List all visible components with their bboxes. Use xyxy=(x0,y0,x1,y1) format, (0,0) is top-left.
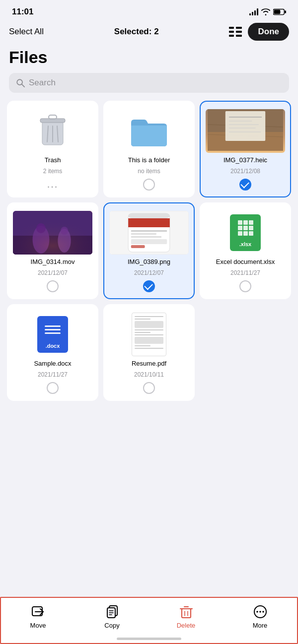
file-icon-xlsx xyxy=(206,210,285,255)
file-date-docx: 2021/11/27 xyxy=(38,371,68,378)
file-item-heic[interactable]: IMG_0377.heic 2021/12/08 xyxy=(200,101,291,197)
svg-rect-1 xyxy=(285,10,286,13)
svg-rect-7 xyxy=(229,35,234,37)
svg-rect-5 xyxy=(229,31,234,33)
grid-icon xyxy=(229,27,242,37)
file-item-png[interactable]: IMG_0389.png 2021/12/07 xyxy=(103,202,195,299)
svg-rect-4 xyxy=(236,27,242,29)
signal-icon xyxy=(249,8,258,15)
svg-point-59 xyxy=(262,611,264,613)
file-name-xlsx: Excel document.xlsx xyxy=(216,258,275,266)
svg-rect-6 xyxy=(236,31,242,33)
file-name-png: IMG_0389.png xyxy=(128,258,170,266)
file-date-mov: 2021/12/07 xyxy=(38,269,68,276)
status-bar: 11:01 xyxy=(0,0,298,20)
selection-circle-mov[interactable] xyxy=(47,280,59,292)
select-all-button[interactable]: Select All xyxy=(9,27,44,37)
file-item-folder[interactable]: This is a folder no items xyxy=(103,101,195,197)
file-icon-docx xyxy=(13,312,92,357)
done-button[interactable]: Done xyxy=(248,23,289,41)
toolbar: Select All Selected: 2 Done xyxy=(0,20,298,46)
file-date-xlsx: 2021/11/27 xyxy=(230,269,260,276)
svg-rect-33 xyxy=(13,211,92,255)
file-name-folder: This is a folder xyxy=(128,156,170,165)
battery-icon xyxy=(273,8,286,15)
search-bar[interactable]: Search xyxy=(9,73,289,93)
move-button[interactable]: Move xyxy=(1,605,75,629)
svg-rect-3 xyxy=(229,27,234,29)
selection-circle-xlsx[interactable] xyxy=(239,280,251,292)
delete-button[interactable]: Delete xyxy=(149,605,223,629)
selection-circle-folder[interactable] xyxy=(143,179,155,191)
copy-label: Copy xyxy=(104,622,119,629)
grid-view-button[interactable] xyxy=(229,27,242,37)
action-bar: Move Copy Delete More xyxy=(0,597,298,644)
wifi-icon xyxy=(261,8,270,15)
file-item-trash[interactable]: Trash 2 items ... xyxy=(7,101,98,197)
delete-label: Delete xyxy=(177,622,196,629)
svg-rect-2 xyxy=(274,10,280,14)
file-grid: Trash 2 items ... This is a folder no it… xyxy=(0,101,298,401)
svg-rect-38 xyxy=(128,218,170,227)
selection-circle-pdf[interactable] xyxy=(143,382,155,394)
file-extra-trash: ... xyxy=(47,179,59,190)
selected-count-label: Selected: 2 xyxy=(114,27,159,37)
file-date-png: 2021/12/07 xyxy=(134,269,164,276)
selection-circle-docx[interactable] xyxy=(47,382,59,394)
file-icon-heic xyxy=(206,109,285,153)
status-time: 11:01 xyxy=(12,7,33,17)
file-name-pdf: Resume.pdf xyxy=(132,360,166,368)
file-date-heic: 2021/12/08 xyxy=(230,168,260,175)
file-meta-folder: no items xyxy=(138,168,160,175)
file-name-trash: Trash xyxy=(45,156,61,165)
page-title: Files xyxy=(0,46,298,73)
selection-circle-png[interactable] xyxy=(143,280,155,292)
file-date-pdf: 2021/10/11 xyxy=(134,371,164,378)
file-item-mov[interactable]: IMG_0314.mov 2021/12/07 xyxy=(7,202,98,299)
more-icon xyxy=(253,605,267,619)
svg-rect-42 xyxy=(131,239,167,244)
file-icon-folder xyxy=(109,109,189,153)
file-name-mov: IMG_0314.mov xyxy=(31,258,75,266)
move-icon xyxy=(31,605,45,619)
svg-rect-43 xyxy=(131,245,145,248)
more-button[interactable]: More xyxy=(223,605,297,629)
svg-rect-8 xyxy=(236,35,242,37)
file-icon-png xyxy=(109,210,189,255)
svg-point-57 xyxy=(256,611,258,613)
svg-rect-41 xyxy=(131,236,161,238)
svg-line-10 xyxy=(22,84,24,87)
file-name-docx: Sample.docx xyxy=(34,360,71,368)
delete-icon xyxy=(179,605,193,619)
svg-rect-40 xyxy=(131,233,156,235)
file-item-docx[interactable]: Sample.docx 2021/11/27 xyxy=(7,304,98,401)
search-icon xyxy=(16,78,25,87)
svg-rect-37 xyxy=(133,213,165,218)
toolbar-right: Done xyxy=(229,23,289,41)
file-item-xlsx[interactable]: Excel document.xlsx 2021/11/27 xyxy=(200,202,291,299)
svg-rect-21 xyxy=(225,111,265,141)
file-item-pdf[interactable]: Resume.pdf 2021/10/11 xyxy=(103,304,195,401)
copy-button[interactable]: Copy xyxy=(75,605,149,629)
svg-point-58 xyxy=(259,611,261,613)
file-icon-mov xyxy=(13,210,92,255)
file-name-heic: IMG_0377.heic xyxy=(224,156,267,165)
search-placeholder: Search xyxy=(29,78,56,88)
svg-rect-51 xyxy=(182,609,191,618)
file-icon-trash xyxy=(13,109,92,153)
home-indicator xyxy=(117,638,181,640)
file-meta-trash: 2 items xyxy=(43,168,63,175)
selection-circle-heic[interactable] xyxy=(239,179,251,191)
status-icons xyxy=(249,8,286,15)
copy-icon xyxy=(105,605,119,619)
move-label: Move xyxy=(30,622,46,629)
more-label: More xyxy=(253,622,268,629)
file-icon-pdf xyxy=(109,312,189,357)
svg-rect-39 xyxy=(131,230,167,232)
